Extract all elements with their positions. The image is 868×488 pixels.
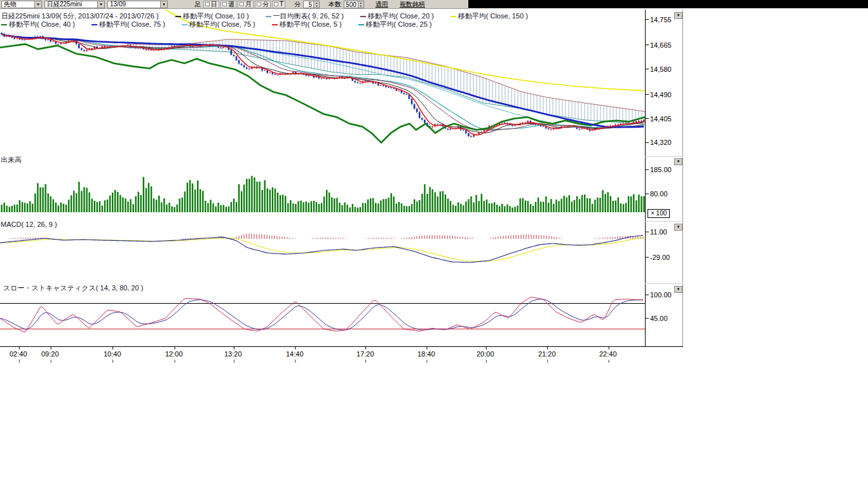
time-tick-label: 20:00 — [477, 350, 494, 358]
symbol-select[interactable]: 日経225mini ▼ — [44, 1, 105, 8]
stoch-tick-label: 100.00 — [650, 291, 672, 299]
price-tick-label: 14,490 — [650, 91, 672, 98]
series-color-swatch-icon — [175, 16, 181, 17]
timeframe-checkbox-icon — [257, 2, 261, 6]
panel-collapse-button-0[interactable]: ▼ — [674, 12, 682, 19]
indicator-label: 移動平均( Close, 75 ) — [182, 20, 255, 29]
bars-label: 本数 — [329, 1, 341, 8]
timeframe-label: 足 — [194, 1, 201, 8]
indicator-label: 移動平均( Close, 75 ) — [92, 20, 165, 29]
time-tick-label: 12:00 — [165, 350, 183, 358]
indicator-label: 移動平均( Close, 40 ) — [1, 20, 75, 29]
dropdown-arrow-icon[interactable]: ▼ — [160, 1, 167, 8]
minute-unit-label: 分 — [294, 1, 301, 8]
contract-month-select[interactable]: 13/09 ▼ — [107, 1, 168, 8]
series-color-swatch-icon — [1, 24, 7, 25]
timeframe-checkbox-icon — [222, 2, 227, 6]
timeframe-button-0[interactable]: 日 — [203, 1, 219, 8]
minute-input[interactable]: 5 ▲▼ — [303, 1, 320, 8]
timeframe-button-2[interactable]: 月 — [238, 1, 254, 8]
multi-symbol-button[interactable]: 複数銘柄 — [400, 1, 425, 8]
time-tick-label: 14:40 — [286, 350, 304, 358]
macd-tick-label: -29.00 — [650, 254, 670, 261]
bars-spinner: ▲▼ — [358, 1, 363, 8]
volume-tick-label: 80.00 — [650, 190, 668, 198]
indicator-label: 移動平均( Close, 25 ) — [358, 20, 432, 29]
category-select[interactable]: 先物 ▼ — [1, 1, 42, 8]
spinner-down-icon[interactable]: ▼ — [358, 4, 363, 8]
window-title-strip — [468, 0, 868, 8]
time-tick-label: 18:40 — [417, 350, 435, 358]
timeframe-checkbox-icon — [240, 2, 244, 6]
volume-panel-title: 出来高 — [1, 155, 22, 165]
series-color-swatch-icon — [182, 24, 187, 25]
timeframe-checkbox-icon — [274, 2, 278, 6]
volume-multiplier-badge: × 100 — [648, 209, 670, 218]
price-tick-label: 14,665 — [650, 41, 672, 49]
minute-input-value: 5 — [304, 1, 313, 8]
time-tick-label: 22:40 — [599, 350, 617, 358]
price-tick-label: 14,405 — [650, 115, 672, 123]
contract-month-select-value: 13/09 — [110, 1, 126, 8]
time-tick-label: 13:20 — [224, 350, 242, 358]
chart-canvas[interactable] — [0, 0, 683, 365]
indicator-label: 移動平均( Close, 150 ) — [451, 11, 528, 21]
time-tick-label: 02:40 — [10, 350, 27, 358]
series-color-swatch-icon — [266, 16, 271, 17]
panel-collapse-button-3[interactable]: ▼ — [674, 286, 682, 293]
series-color-swatch-icon — [358, 24, 364, 25]
time-tick-label: 21:20 — [538, 350, 556, 358]
timeframe-button-1[interactable]: 週 — [220, 1, 236, 8]
stoch-panel-title: スロー・ストキャスティクス( 14, 3, 80, 20 ) — [3, 283, 143, 293]
minute-spinner: ▲▼ — [313, 1, 319, 8]
volume-tick-label: 185.00 — [650, 166, 672, 173]
bars-input[interactable]: 500 ▲▼ — [344, 1, 364, 8]
timeframe-button-3[interactable]: 分 — [255, 1, 271, 8]
price-tick-label: 14,320 — [650, 139, 672, 146]
panel-collapse-button-1[interactable]: ▼ — [674, 158, 682, 165]
price-tick-label: 14,755 — [650, 16, 672, 24]
symbol-select-value: 日経225mini — [47, 1, 82, 8]
macd-panel-title: MACD( 12, 26, 9 ) — [1, 220, 57, 228]
series-color-swatch-icon — [360, 16, 366, 17]
spinner-down-icon[interactable]: ▼ — [314, 4, 319, 8]
dropdown-arrow-icon[interactable]: ▼ — [34, 1, 41, 8]
category-select-value: 先物 — [4, 1, 17, 8]
series-color-swatch-icon — [92, 24, 97, 25]
bars-input-value: 500 — [344, 1, 358, 8]
timeframe-button-4[interactable]: T — [272, 1, 285, 8]
chart-header-line2: 移動平均( Close, 40 )移動平均( Close, 75 )移動平均( … — [1, 20, 431, 29]
apply-button[interactable]: 適用 — [376, 1, 388, 8]
macd-tick-label: 11.00 — [650, 228, 667, 236]
timeframe-button-group: 日週月分T — [203, 1, 285, 8]
panel-collapse-button-2[interactable]: ▼ — [674, 224, 682, 231]
dropdown-arrow-icon[interactable]: ▼ — [97, 1, 104, 8]
stoch-tick-label: 45.00 — [650, 315, 668, 322]
chart-application: 先物 ▼ 日経225mini ▼ 13/09 ▼ 足 日週月分T 分 5 ▲▼ … — [0, 0, 868, 488]
toolbar: 先物 ▼ 日経225mini ▼ 13/09 ▼ 足 日週月分T 分 5 ▲▼ … — [0, 0, 468, 9]
timeframe-checkbox-icon — [205, 2, 210, 6]
time-tick-label: 10:40 — [104, 350, 121, 358]
price-tick-label: 14,580 — [650, 65, 672, 73]
time-tick-label: 09:20 — [41, 350, 59, 358]
time-tick-label: 17:20 — [356, 350, 374, 358]
series-color-swatch-icon — [272, 24, 278, 25]
series-color-swatch-icon — [451, 16, 456, 17]
indicator-label: 移動平均( Close, 5 ) — [272, 20, 342, 29]
